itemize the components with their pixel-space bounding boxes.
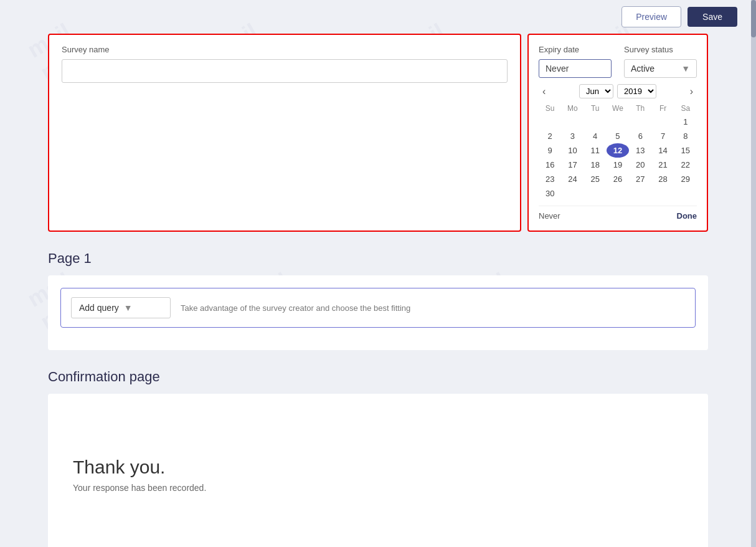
calendar-day: [607, 186, 629, 201]
chevron-down-icon-query: ▼: [124, 303, 133, 313]
calendar-day: [539, 115, 561, 129]
page1-section: Page 1 Add query ▼ Take advantage of the…: [48, 250, 708, 350]
calendar-day: [607, 115, 629, 129]
calendar-day: [561, 115, 584, 129]
scrollbar[interactable]: [751, 0, 756, 547]
calendar-never-button[interactable]: Never: [539, 211, 560, 221]
calendar-day[interactable]: 21: [651, 158, 674, 172]
calendar-day[interactable]: 8: [674, 129, 697, 143]
calendar-day[interactable]: 5: [607, 129, 629, 143]
expiry-input-wrapper[interactable]: [539, 59, 612, 78]
status-value: Active: [631, 64, 654, 74]
cal-header-tu: Tu: [584, 102, 607, 115]
survey-name-section: Survey name: [48, 34, 521, 232]
calendar-day[interactable]: 13: [629, 143, 651, 158]
expiry-column: Expiry date: [539, 45, 612, 78]
add-query-label: Add query: [79, 303, 119, 313]
page1-content-box: Add query ▼ Take advantage of the survey…: [48, 275, 708, 350]
calendar-month-year: Jun 2019: [579, 84, 656, 98]
calendar-day[interactable]: 17: [561, 158, 584, 172]
confirmation-section: Confirmation page Thank you. Your respon…: [48, 369, 708, 547]
calendar-done-button[interactable]: Done: [677, 211, 697, 221]
confirmation-title: Confirmation page: [48, 369, 708, 385]
calendar-day[interactable]: 4: [584, 129, 607, 143]
calendar-day[interactable]: 10: [561, 143, 584, 158]
add-query-row: Add query ▼ Take advantage of the survey…: [60, 288, 696, 328]
expiry-status-section: Expiry date Survey status Active ▼: [527, 34, 708, 232]
calendar-year-select[interactable]: 2019: [617, 84, 656, 98]
cal-header-sa: Sa: [674, 102, 697, 115]
survey-name-label: Survey name: [62, 45, 508, 54]
calendar-day[interactable]: 11: [584, 143, 607, 158]
calendar-day: [584, 186, 607, 201]
calendar-day[interactable]: 19: [607, 158, 629, 172]
expiry-input[interactable]: [546, 64, 605, 74]
calendar-day[interactable]: 28: [651, 172, 674, 186]
survey-header-row: Survey name Expiry date Survey status Ac…: [48, 34, 708, 232]
response-recorded-text: Your response has been recorded.: [73, 483, 206, 493]
add-query-hint: Take advantage of the survey creator and…: [181, 303, 410, 313]
status-column: Survey status Active ▼: [624, 45, 697, 78]
calendar-month-select[interactable]: Jun: [579, 84, 613, 98]
calendar-day[interactable]: 23: [539, 172, 561, 186]
cal-header-su: Su: [539, 102, 561, 115]
calendar-day[interactable]: 27: [629, 172, 651, 186]
calendar-day[interactable]: 1: [674, 115, 697, 129]
calendar-day: [629, 115, 651, 129]
thank-you-text: Thank you.: [73, 457, 165, 478]
survey-name-input[interactable]: [62, 59, 508, 83]
calendar-day: [629, 186, 651, 201]
calendar-day[interactable]: 25: [584, 172, 607, 186]
status-label: Survey status: [624, 45, 697, 54]
cal-header-fr: Fr: [651, 102, 674, 115]
save-button-top[interactable]: Save: [687, 7, 737, 27]
main-content: Survey name Expiry date Survey status Ac…: [35, 34, 721, 547]
calendar-day[interactable]: 14: [651, 143, 674, 158]
calendar-day[interactable]: 24: [561, 172, 584, 186]
calendar-day[interactable]: 6: [629, 129, 651, 143]
scrollbar-thumb[interactable]: [751, 0, 756, 37]
calendar-day[interactable]: 9: [539, 143, 561, 158]
page1-title: Page 1: [48, 250, 708, 267]
calendar-grid: Su Mo Tu We Th Fr Sa 1234567891011121314…: [539, 102, 697, 201]
top-toolbar: Preview Save: [0, 0, 756, 34]
cal-header-we: We: [607, 102, 629, 115]
calendar-nav: ‹ Jun 2019 ›: [539, 84, 697, 98]
calendar-footer: Never Done: [539, 206, 697, 221]
cal-header-mo: Mo: [561, 102, 584, 115]
chevron-down-icon: ▼: [681, 64, 690, 74]
calendar-day[interactable]: 15: [674, 143, 697, 158]
calendar-day[interactable]: 30: [539, 186, 561, 201]
calendar-day[interactable]: 29: [674, 172, 697, 186]
cal-header-th: Th: [629, 102, 651, 115]
calendar-day: [561, 186, 584, 201]
calendar-prev-button[interactable]: ‹: [539, 85, 549, 98]
confirmation-box: Thank you. Your response has been record…: [48, 394, 708, 547]
calendar-day[interactable]: 12: [607, 143, 629, 158]
calendar-next-button[interactable]: ›: [686, 85, 697, 98]
calendar-day: [584, 115, 607, 129]
calendar-day[interactable]: 18: [584, 158, 607, 172]
calendar-day: [674, 186, 697, 201]
calendar-day[interactable]: 16: [539, 158, 561, 172]
calendar-day: [651, 115, 674, 129]
calendar-day[interactable]: 20: [629, 158, 651, 172]
calendar-day[interactable]: 26: [607, 172, 629, 186]
calendar-day[interactable]: 22: [674, 158, 697, 172]
expiry-label: Expiry date: [539, 45, 612, 54]
preview-button-top[interactable]: Preview: [621, 6, 681, 27]
status-select-wrapper[interactable]: Active ▼: [624, 59, 697, 78]
calendar-day: [651, 186, 674, 201]
add-query-select[interactable]: Add query ▼: [71, 297, 171, 318]
calendar-day[interactable]: 3: [561, 129, 584, 143]
calendar-day[interactable]: 2: [539, 129, 561, 143]
calendar: ‹ Jun 2019 › Su Mo: [539, 84, 697, 221]
calendar-day[interactable]: 7: [651, 129, 674, 143]
expiry-status-header: Expiry date Survey status Active ▼: [539, 45, 697, 78]
